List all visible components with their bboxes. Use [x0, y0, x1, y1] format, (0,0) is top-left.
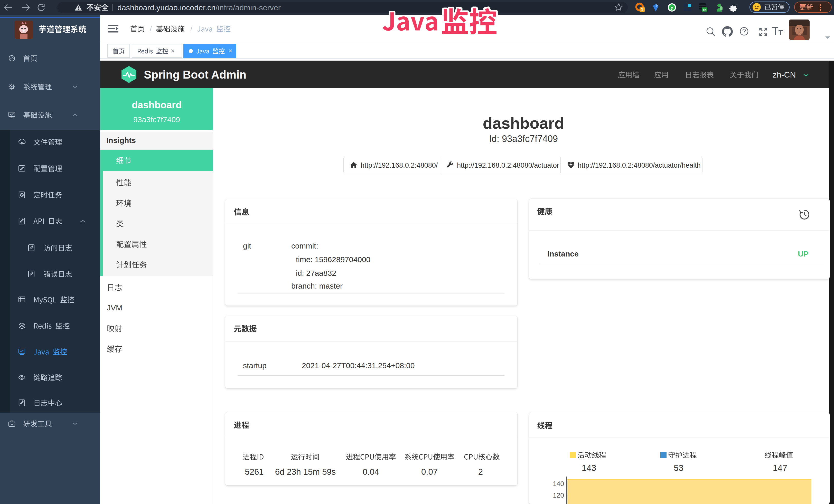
svg-text:on: on [703, 8, 706, 11]
svg-text:1: 1 [641, 7, 643, 12]
svg-text:y: y [671, 5, 673, 10]
